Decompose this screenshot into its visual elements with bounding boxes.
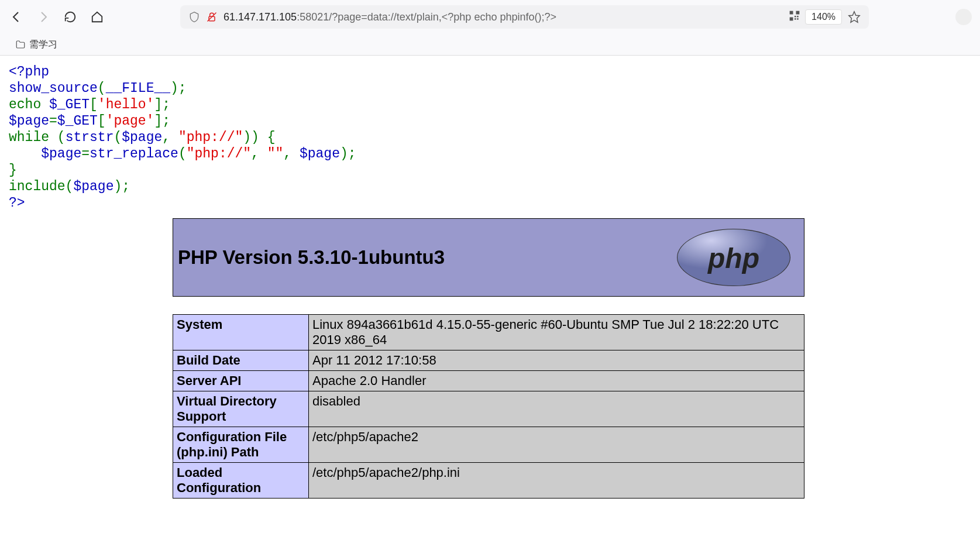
zoom-badge[interactable]: 140% (805, 9, 842, 25)
page-content: <?php show_source(__FILE__); echo $_GET[… (0, 56, 980, 507)
profile-avatar[interactable] (955, 9, 972, 25)
table-row: Loaded Configuration/etc/php5/apache2/ph… (173, 463, 804, 499)
config-value: Apr 11 2012 17:10:58 (309, 350, 804, 371)
svg-rect-8 (797, 18, 799, 19)
url-text: 61.147.171.105:58021/?page=data://text/p… (223, 11, 784, 23)
config-key: Virtual Directory Support (173, 391, 309, 427)
toolbar: 61.147.171.105:58021/?page=data://text/p… (0, 0, 980, 34)
config-key: Loaded Configuration (173, 463, 309, 499)
table-row: SystemLinux 894a3661b61d 4.15.0-55-gener… (173, 315, 804, 350)
url-bar[interactable]: 61.147.171.105:58021/?page=data://text/p… (180, 5, 869, 29)
forward-button[interactable] (35, 9, 51, 25)
reload-button[interactable] (62, 9, 78, 25)
config-key: System (173, 315, 309, 350)
table-row: Server APIApache 2.0 Handler (173, 371, 804, 391)
config-value: Apache 2.0 Handler (309, 371, 804, 391)
svg-rect-5 (795, 16, 796, 18)
config-key: Server API (173, 371, 309, 391)
table-row: Build DateApr 11 2012 17:10:58 (173, 350, 804, 371)
config-value: disabled (309, 391, 804, 427)
config-value: /etc/php5/apache2 (309, 427, 804, 463)
phpinfo-panel: PHP Version 5.3.10-1ubuntu3 php SystemLi… (173, 218, 804, 499)
phpinfo-header: PHP Version 5.3.10-1ubuntu3 php (173, 218, 804, 297)
config-key: Build Date (173, 350, 309, 371)
bookmarks-bar: 需学习 (0, 34, 980, 55)
insecure-lock-icon[interactable] (206, 11, 218, 23)
svg-rect-6 (797, 16, 799, 18)
config-value: Linux 894a3661b61d 4.15.0-55-generic #60… (309, 315, 804, 350)
bookmark-folder[interactable]: 需学习 (11, 36, 62, 53)
bookmark-star-icon[interactable] (848, 11, 861, 23)
table-row: Virtual Directory Supportdisabled (173, 391, 804, 427)
php-source-code: <?php show_source(__FILE__); echo $_GET[… (9, 64, 971, 211)
svg-marker-9 (849, 12, 859, 22)
svg-rect-7 (795, 18, 796, 19)
shield-icon[interactable] (188, 11, 200, 23)
svg-rect-2 (790, 11, 793, 15)
phpinfo-table: SystemLinux 894a3661b61d 4.15.0-55-gener… (173, 314, 804, 499)
svg-rect-3 (796, 11, 800, 15)
folder-icon (15, 39, 26, 50)
browser-chrome: 61.147.171.105:58021/?page=data://text/p… (0, 0, 980, 56)
svg-rect-4 (790, 18, 793, 21)
php-version-title: PHP Version 5.3.10-1ubuntu3 (178, 246, 445, 269)
svg-text:php: php (707, 243, 759, 274)
config-key: Configuration File (php.ini) Path (173, 427, 309, 463)
config-value: /etc/php5/apache2/php.ini (309, 463, 804, 499)
php-logo: php (673, 228, 795, 287)
back-button[interactable] (8, 9, 25, 25)
qr-icon[interactable] (789, 10, 800, 24)
bookmark-label: 需学习 (29, 39, 57, 51)
table-row: Configuration File (php.ini) Path/etc/ph… (173, 427, 804, 463)
home-button[interactable] (89, 9, 105, 25)
